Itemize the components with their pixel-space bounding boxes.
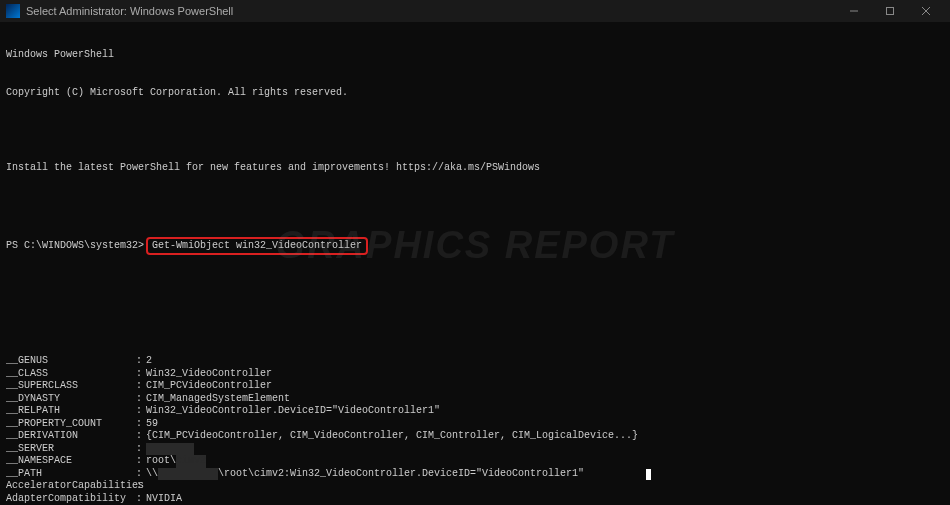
property-separator: : bbox=[136, 380, 146, 393]
blank-line bbox=[6, 199, 944, 212]
property-separator: : bbox=[136, 493, 146, 506]
command-highlight: Get-WmiObject win32_VideoController bbox=[146, 237, 368, 256]
property-row: __RELPATH: Win32_VideoController.DeviceI… bbox=[6, 405, 944, 418]
property-key: __GENUS bbox=[6, 355, 136, 368]
prompt-prefix: PS C:\WINDOWS\system32> bbox=[6, 240, 144, 253]
blank-line bbox=[6, 318, 944, 331]
property-key: __CLASS bbox=[6, 368, 136, 381]
property-value: root\cimv2 bbox=[146, 455, 944, 468]
property-row: AcceleratorCapabilities: bbox=[6, 480, 944, 493]
property-row: __DERIVATION: {CIM_PCVideoController, CI… bbox=[6, 430, 944, 443]
window-controls bbox=[836, 0, 944, 22]
command-text: Get-WmiObject win32_VideoController bbox=[152, 240, 362, 251]
property-row: __PROPERTY_COUNT: 59 bbox=[6, 418, 944, 431]
property-row: __CLASS: Win32_VideoController bbox=[6, 368, 944, 381]
property-separator: : bbox=[136, 468, 146, 481]
property-key: __SUPERCLASS bbox=[6, 380, 136, 393]
maximize-button[interactable] bbox=[872, 0, 908, 22]
property-row: AdapterCompatibility: NVIDIA bbox=[6, 493, 944, 506]
property-separator: : bbox=[136, 405, 146, 418]
window-title: Select Administrator: Windows PowerShell bbox=[26, 5, 836, 17]
property-separator: : bbox=[136, 418, 146, 431]
property-separator: : bbox=[136, 355, 146, 368]
intro-line: Copyright (C) Microsoft Corporation. All… bbox=[6, 87, 944, 100]
svg-rect-1 bbox=[887, 8, 894, 15]
minimize-button[interactable] bbox=[836, 0, 872, 22]
property-key: __NAMESPACE bbox=[6, 455, 136, 468]
close-button[interactable] bbox=[908, 0, 944, 22]
property-value: CIM_PCVideoController bbox=[146, 380, 944, 393]
blank-line bbox=[6, 280, 944, 293]
text-cursor bbox=[646, 469, 651, 480]
property-separator: : bbox=[136, 455, 146, 468]
property-value: {CIM_PCVideoController, CIM_VideoControl… bbox=[146, 430, 944, 443]
intro-line: Install the latest PowerShell for new fe… bbox=[6, 162, 944, 175]
property-value bbox=[146, 443, 944, 456]
property-value: 2 bbox=[146, 355, 944, 368]
property-value: 59 bbox=[146, 418, 944, 431]
property-row: __SUPERCLASS: CIM_PCVideoController bbox=[6, 380, 944, 393]
property-value bbox=[146, 480, 944, 493]
property-key: __SERVER bbox=[6, 443, 136, 456]
property-value: CIM_ManagedSystemElement bbox=[146, 393, 944, 406]
property-row: __PATH: \\ \root\cimv2:Win32_VideoContro… bbox=[6, 468, 944, 481]
property-row: __SERVER: bbox=[6, 443, 944, 456]
blank-line bbox=[6, 124, 944, 137]
terminal-output[interactable]: Windows PowerShell Copyright (C) Microso… bbox=[0, 22, 950, 505]
intro-line: Windows PowerShell bbox=[6, 49, 944, 62]
property-key: AdapterCompatibility bbox=[6, 493, 136, 506]
window-titlebar: Select Administrator: Windows PowerShell bbox=[0, 0, 950, 22]
property-key: AcceleratorCapabilities bbox=[6, 480, 136, 493]
property-separator: : bbox=[136, 368, 146, 381]
property-separator: : bbox=[136, 430, 146, 443]
property-separator: : bbox=[136, 443, 146, 456]
property-row: __NAMESPACE: root\cimv2 bbox=[6, 455, 944, 468]
property-value: Win32_VideoController.DeviceID="VideoCon… bbox=[146, 405, 944, 418]
property-key: __PROPERTY_COUNT bbox=[6, 418, 136, 431]
property-key: __RELPATH bbox=[6, 405, 136, 418]
property-key: __DYNASTY bbox=[6, 393, 136, 406]
property-row: __DYNASTY: CIM_ManagedSystemElement bbox=[6, 393, 944, 406]
property-row: __GENUS: 2 bbox=[6, 355, 944, 368]
property-value: Win32_VideoController bbox=[146, 368, 944, 381]
property-separator: : bbox=[136, 480, 146, 493]
property-value: NVIDIA bbox=[146, 493, 944, 506]
powershell-icon bbox=[6, 4, 20, 18]
property-separator: : bbox=[136, 393, 146, 406]
prompt-line: PS C:\WINDOWS\system32> Get-WmiObject wi… bbox=[6, 237, 944, 256]
property-value: \\ \root\cimv2:Win32_VideoController.Dev… bbox=[146, 468, 944, 481]
property-key: __PATH bbox=[6, 468, 136, 481]
property-key: __DERIVATION bbox=[6, 430, 136, 443]
